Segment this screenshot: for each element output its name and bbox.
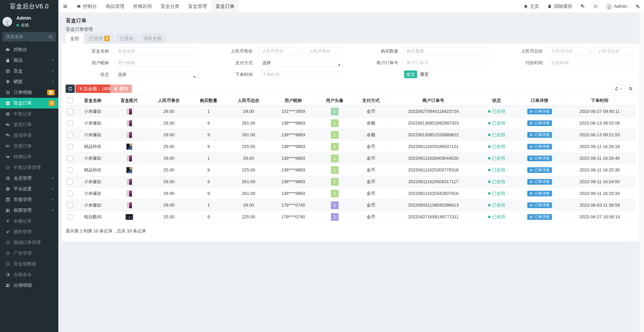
sidebar-user-name: Admin (16, 15, 31, 21)
fullscreen-button[interactable] (589, 0, 602, 12)
nav-tab-5[interactable]: 盲盒管理 (184, 0, 211, 12)
reset-button[interactable]: 重置 (418, 70, 431, 78)
cell-order-time: 2022-06-11 16:24:50 (564, 176, 636, 188)
sidebar-item-4[interactable]: 晒图 (0, 76, 58, 87)
sidebar-item-14[interactable]: 平台设置 (0, 183, 58, 194)
sidebar-item-7[interactable]: 中奖记录 (0, 109, 58, 119)
sidebar-item-15[interactable]: 常规管理 (0, 194, 58, 205)
filter-label-pay-time: 付款时间 (501, 59, 543, 67)
yen-icon: ¥ (5, 218, 11, 223)
export-button[interactable] (612, 85, 624, 93)
order-detail-button[interactable]: 订单详情 (527, 156, 552, 161)
tab-4[interactable]: 退款失败 (139, 33, 166, 43)
row-checkbox[interactable] (67, 214, 73, 220)
cell-quantity: 9 (190, 164, 227, 176)
nav-tab-3[interactable]: 价格区间 (129, 0, 156, 12)
sidebar-item-18[interactable]: 插件管理 (0, 226, 58, 237)
translate-button[interactable]: 文A (576, 0, 589, 12)
sidebar-item-22[interactable]: 在线命令 (0, 269, 58, 280)
nav-tab-6[interactable]: 盲盒订单 (211, 0, 239, 12)
order-detail-button[interactable]: 订单详情 (527, 167, 552, 173)
sidebar-item-23[interactable]: 分佣明细 (0, 280, 58, 291)
row-checkbox[interactable] (67, 144, 73, 150)
order-time-input[interactable] (259, 71, 344, 78)
status-dot (488, 180, 490, 183)
nav-tab-2[interactable]: 商品管理 (101, 0, 129, 12)
order-detail-button[interactable]: 订单详情 (527, 120, 552, 126)
tab-2[interactable]: 已使用8 (85, 33, 114, 43)
order-detail-button[interactable]: 订单详情 (527, 214, 552, 220)
row-checkbox[interactable] (67, 132, 73, 138)
sidebar-item-1[interactable]: 控制台 (0, 44, 58, 55)
total-min-input[interactable] (548, 47, 587, 55)
nav-tab-4[interactable]: 盲盒分类 (156, 0, 184, 12)
row-checkbox[interactable] (67, 120, 73, 126)
pay-type-select[interactable]: 选择▼ (259, 59, 344, 67)
price-max-input[interactable] (306, 47, 344, 55)
nav-tab-1[interactable]: 控制台 (72, 0, 101, 12)
delete-button[interactable]: 删除 (110, 85, 132, 93)
select-all-checkbox[interactable] (67, 98, 73, 103)
row-checkbox[interactable] (67, 179, 73, 185)
sidebar-item-8[interactable]: 发货订单 (0, 119, 58, 130)
row-checkbox[interactable] (67, 109, 73, 114)
tab-3[interactable]: 已退款 (116, 33, 138, 43)
order-detail-button[interactable]: 订单详情 (527, 202, 552, 208)
table-record-summary: 显示第 1 到第 10 条记录，总共 10 条记录 (66, 228, 146, 234)
pay-time-input[interactable] (548, 59, 632, 67)
sidebar-item-11[interactable]: 转赠记录 (0, 151, 58, 162)
cell-box-name: 电玩数码 (74, 211, 111, 223)
sidebar-item-9[interactable]: 提现申请 (0, 130, 58, 141)
sidebar-item-19[interactable]: 商城订单管理 (0, 237, 58, 248)
sidebar-item-16[interactable]: 权限管理 (0, 205, 58, 216)
row-checkbox[interactable] (67, 191, 73, 196)
sidebar-item-6[interactable]: 盲盒订单8 (0, 98, 58, 109)
home-link[interactable]: 主页 (520, 0, 543, 12)
cell-pay-type: 金币 (353, 211, 389, 223)
row-checkbox[interactable] (67, 202, 73, 208)
sidebar-item-5[interactable]: 订单明细新 (0, 87, 58, 98)
order-no-input[interactable] (404, 59, 488, 67)
order-detail-button[interactable]: 订单详情 (527, 109, 552, 114)
cell-pay-type: 金币 (353, 153, 389, 164)
translate-icon: 文A (580, 4, 585, 9)
order-detail-button[interactable]: 订单详情 (527, 179, 552, 185)
row-checkbox[interactable] (67, 167, 73, 173)
filter-label-order-time: 下单时间 (211, 71, 253, 78)
row-checkbox[interactable] (67, 156, 73, 161)
user-menu[interactable]: Admin (602, 0, 631, 12)
table-search-button[interactable] (626, 85, 636, 93)
settings-button[interactable] (631, 0, 644, 12)
sidebar-item-10[interactable]: 充值订单 (0, 141, 58, 151)
total-max-input[interactable] (595, 47, 632, 55)
main-content: 盲盒订单 盲盒订单管理 全部已使用8已退款退款失败 盲盒名称 人民币售价 - 购… (58, 13, 644, 332)
order-detail-button[interactable]: 订单详情 (527, 144, 552, 150)
cell-nickname: 138****9883 (270, 164, 316, 176)
sidebar-item-3[interactable]: 盲盒 (0, 66, 58, 76)
sidebar-item-13[interactable]: 会员管理 (0, 173, 58, 183)
price-min-input[interactable] (259, 47, 298, 55)
cell-quantity: 9 (190, 188, 227, 199)
sidebar-toggle-button[interactable] (58, 0, 72, 12)
sidebar-item-2[interactable]: 商品 (0, 55, 58, 66)
sidebar-item-21[interactable]: 盲盒假数据 (0, 259, 58, 269)
tab-1[interactable]: 全部 (66, 33, 84, 44)
clear-cache-button[interactable]: 清除缓存 (543, 0, 576, 12)
submit-button[interactable]: 提交 (404, 70, 417, 78)
order-detail-button[interactable]: 订单详情 (527, 132, 552, 138)
sidebar-item-17[interactable]: ¥余额记录 (0, 216, 58, 226)
handshake-icon (5, 154, 11, 159)
quantity-input[interactable] (404, 47, 488, 55)
refresh-button[interactable] (66, 85, 75, 93)
box-name-input[interactable] (115, 47, 199, 55)
order-detail-button[interactable]: 订单详情 (527, 191, 552, 196)
nickname-input[interactable] (115, 59, 199, 67)
scrollbar[interactable] (639, 13, 644, 332)
status-select[interactable]: 选择▼ (115, 71, 199, 78)
sidebar-item-12[interactable]: 中奖记录管理 (0, 162, 58, 173)
sidebar-search-input[interactable] (2, 32, 56, 41)
cell-price: 29.00 (148, 117, 190, 129)
sidebar-item-20[interactable]: 广告管理 (0, 248, 58, 259)
page-title: 盲盒订单 (66, 17, 93, 24)
status-badge: 已使用 (488, 109, 505, 114)
